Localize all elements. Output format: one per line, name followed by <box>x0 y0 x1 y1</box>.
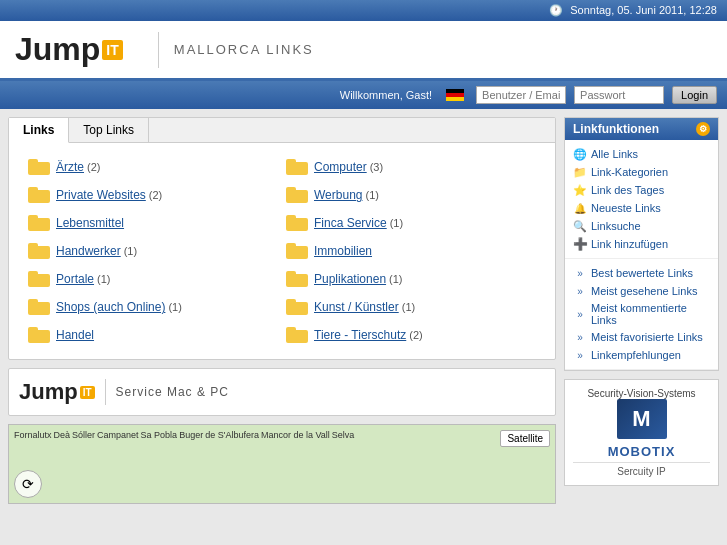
sidebar-item-alle-links[interactable]: 🌐 Alle Links <box>573 145 710 163</box>
category-link[interactable]: Immobilien <box>314 244 372 258</box>
sidebar-link-label: Neueste Links <box>591 202 661 214</box>
category-link[interactable]: Kunst / Künstler <box>314 300 399 314</box>
category-link[interactable]: Tiere - Tierschutz <box>314 328 406 342</box>
folder-icon <box>286 215 308 231</box>
sidebar-link-label: Meist gesehene Links <box>591 285 697 297</box>
category-link[interactable]: Shops (auch Online) <box>56 300 165 314</box>
category-link[interactable]: Finca Service <box>314 216 387 230</box>
linkfunktionen-header: Linkfunktionen ⚙ <box>565 118 718 140</box>
settings-icon[interactable]: ⚙ <box>696 122 710 136</box>
sidebar-item-linkempfehlungen[interactable]: » Linkempfehlungen <box>573 346 710 364</box>
mobotix-letter: M <box>617 399 667 439</box>
map-labels: Fornalutx Deà Sóller Campanet Sa Pobla B… <box>9 430 555 440</box>
tab-top-links[interactable]: Top Links <box>69 118 149 142</box>
categories-left: Ärzte (2) Private Websites (2) Lebensmit… <box>24 153 282 349</box>
sidebar: Linkfunktionen ⚙ 🌐 Alle Links 📁 Link-Kat… <box>564 117 719 486</box>
service-text: Service Mac & PC <box>116 385 229 399</box>
star-icon: ⭐ <box>573 183 587 197</box>
sidebar-links-top: 🌐 Alle Links 📁 Link-Kategorien ⭐ Link de… <box>565 140 718 259</box>
list-item: Shops (auch Online) (1) <box>24 293 282 321</box>
category-count: (1) <box>168 301 181 313</box>
content-area: Links Top Links Ärzte (2) Private Websit… <box>8 117 556 504</box>
folder-icon <box>286 271 308 287</box>
sidebar-link-label: Linksuche <box>591 220 641 232</box>
arrow-icon: » <box>573 330 587 344</box>
folder-icon <box>28 215 50 231</box>
sidebar-item-meist-kommentiert[interactable]: » Meist kommentierte Links <box>573 300 710 328</box>
category-link[interactable]: Portale <box>56 272 94 286</box>
tabs-bar: Links Top Links <box>9 118 555 143</box>
folder-icon <box>286 327 308 343</box>
arrow-icon: » <box>573 307 587 321</box>
sidebar-link-label: Link-Kategorien <box>591 166 668 178</box>
bottom-logo-text: Jump <box>19 379 78 405</box>
bottom-subtitle: Service Mac & PC <box>116 385 229 399</box>
logo-badge: IT <box>102 40 122 60</box>
satellite-button[interactable]: Satellite <box>500 430 550 447</box>
bottom-logo: Jump IT <box>19 379 106 405</box>
plus-icon: ➕ <box>573 237 587 251</box>
search-icon: 🔍 <box>573 219 587 233</box>
main-layout: Links Top Links Ärzte (2) Private Websit… <box>0 109 727 512</box>
linkfunktionen-panel: Linkfunktionen ⚙ 🌐 Alle Links 📁 Link-Kat… <box>564 117 719 371</box>
category-link[interactable]: Computer <box>314 160 367 174</box>
map-label: Sa Pobla <box>141 430 178 440</box>
list-item: Finca Service (1) <box>282 209 540 237</box>
category-count: (2) <box>409 329 422 341</box>
folder-icon: 📁 <box>573 165 587 179</box>
tab-links[interactable]: Links <box>9 118 69 143</box>
list-item: Private Websites (2) <box>24 181 282 209</box>
folder-icon <box>28 299 50 315</box>
sidebar-item-neueste-links[interactable]: 🔔 Neueste Links <box>573 199 710 217</box>
folder-icon <box>28 271 50 287</box>
folder-icon <box>28 327 50 343</box>
sidebar-item-linksuche[interactable]: 🔍 Linksuche <box>573 217 710 235</box>
list-item: Ärzte (2) <box>24 153 282 181</box>
mobotix-ad[interactable]: Security-Vision-Systems M MOBOTIX Sercui… <box>564 379 719 486</box>
sidebar-item-link-des-tages[interactable]: ⭐ Link des Tages <box>573 181 710 199</box>
sidebar-item-meist-gesehen[interactable]: » Meist gesehene Links <box>573 282 710 300</box>
category-link[interactable]: Handwerker <box>56 244 121 258</box>
sidebar-link-label: Link des Tages <box>591 184 664 196</box>
sidebar-item-best-bewertet[interactable]: » Best bewertete Links <box>573 264 710 282</box>
sidebar-links-bottom: » Best bewertete Links » Meist gesehene … <box>565 259 718 370</box>
bottom-logo-badge: IT <box>80 386 95 399</box>
sidebar-item-meist-favorisiert[interactable]: » Meist favorisierte Links <box>573 328 710 346</box>
category-link[interactable]: Private Websites <box>56 188 146 202</box>
map-nav-button[interactable]: ⟳ <box>14 470 42 498</box>
category-link[interactable]: Ärzte <box>56 160 84 174</box>
mobotix-brand: MOBOTIX <box>573 444 710 459</box>
category-link[interactable]: Werbung <box>314 188 362 202</box>
login-button[interactable]: Login <box>672 86 717 104</box>
user-email-input[interactable] <box>476 86 566 104</box>
list-item: Immobilien <box>282 237 540 265</box>
sidebar-item-kategorien[interactable]: 📁 Link-Kategorien <box>573 163 710 181</box>
map-label: Selva <box>332 430 355 440</box>
folder-icon <box>286 159 308 175</box>
password-input[interactable] <box>574 86 664 104</box>
sidebar-link-label: Link hinzufügen <box>591 238 668 250</box>
folder-icon <box>28 187 50 203</box>
sidebar-link-label: Alle Links <box>591 148 638 160</box>
map-area: Fornalutx Deà Sóller Campanet Sa Pobla B… <box>8 424 556 504</box>
globe-icon: 🌐 <box>573 147 587 161</box>
logo-text: Jump <box>15 31 100 68</box>
mobotix-logo: M <box>573 399 710 439</box>
category-link[interactable]: Lebensmittel <box>56 216 124 230</box>
category-count: (1) <box>390 217 403 229</box>
sidebar-item-link-hinzufuegen[interactable]: ➕ Link hinzufügen <box>573 235 710 253</box>
map-label: Fornalutx <box>14 430 52 440</box>
category-link[interactable]: Puplikationen <box>314 272 386 286</box>
logo: Jump IT <box>15 31 123 68</box>
list-item: Werbung (1) <box>282 181 540 209</box>
sidebar-link-label: Best bewertete Links <box>591 267 693 279</box>
linkfunktionen-title: Linkfunktionen <box>573 122 659 136</box>
category-count: (1) <box>97 273 110 285</box>
header: Jump IT MALLORCA LINKS <box>0 21 727 81</box>
site-subtitle: MALLORCA LINKS <box>174 42 314 57</box>
category-link[interactable]: Handel <box>56 328 94 342</box>
logo-divider <box>158 32 159 68</box>
map-label: Deà <box>54 430 71 440</box>
mobotix-product: Sercuity IP <box>573 462 710 477</box>
arrow-icon: » <box>573 348 587 362</box>
